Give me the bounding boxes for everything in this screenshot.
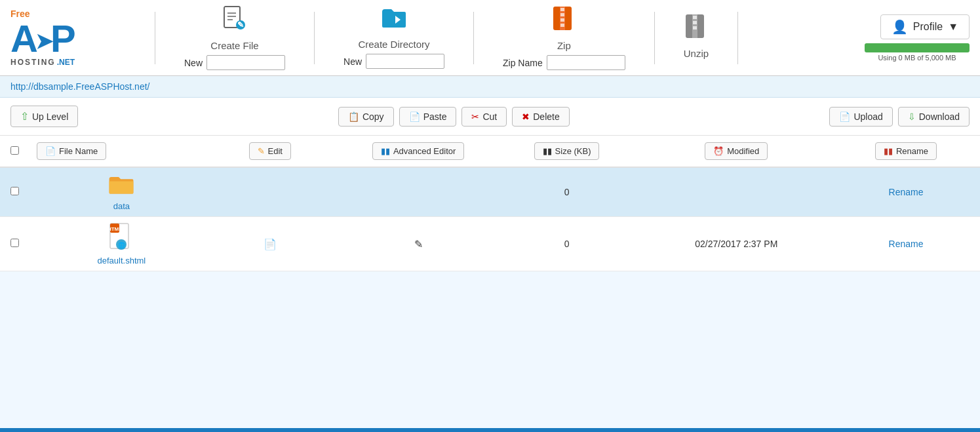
zip-name-label: Zip Name bbox=[503, 58, 543, 68]
rename-icon-header: ▮▮ bbox=[884, 146, 893, 156]
html-file-icon: HTML 🌐 bbox=[109, 222, 134, 253]
profile-label: Profile bbox=[913, 21, 943, 33]
profile-area: 👤 Profile ▼ Using 0 MB of 5,000 MB bbox=[865, 14, 970, 62]
table-header: 📄 File Name ✎ Edit ▮▮ Advanced Editor ▮▮… bbox=[0, 136, 980, 168]
file-link-shtml[interactable]: default.shtml bbox=[98, 256, 146, 265]
divider-1 bbox=[155, 12, 155, 64]
up-level-button[interactable]: ⇧ Up Level bbox=[10, 106, 78, 127]
storage-bar bbox=[865, 43, 970, 52]
delete-icon: ✖ bbox=[522, 111, 530, 122]
up-level-icon: ⇧ bbox=[20, 110, 29, 123]
logo-p: P bbox=[50, 20, 76, 58]
breadcrumb-link[interactable]: http://dbsample.FreeASPHost.net/ bbox=[10, 81, 149, 92]
svg-rect-12 bbox=[560, 24, 564, 27]
zip-icon bbox=[552, 5, 576, 37]
header-size: ▮▮ Size (KB) bbox=[503, 142, 631, 160]
paste-label: Paste bbox=[423, 111, 447, 122]
divider-4 bbox=[654, 12, 655, 64]
row-size-shtml: 0 bbox=[503, 239, 631, 249]
logo: Free A ➤ P HOSTING .NET bbox=[10, 9, 142, 67]
row-rename-data: Rename bbox=[842, 187, 970, 197]
unzip-label: Unzip bbox=[684, 48, 709, 59]
create-file-input[interactable] bbox=[206, 55, 285, 70]
filename-sort-button[interactable]: 📄 File Name bbox=[37, 142, 106, 160]
header-rename: ▮▮ Rename bbox=[842, 142, 970, 160]
advanced-editor-file-icon: ✎ bbox=[414, 238, 423, 250]
table-row: HTML 🌐 default.shtml 📄 ✎ 0 02/27/2017 2:… bbox=[0, 217, 980, 271]
rename-link-shtml[interactable]: Rename bbox=[889, 239, 924, 249]
create-dir-input[interactable] bbox=[366, 54, 444, 69]
storage-text: Using 0 MB of 5,000 MB bbox=[865, 54, 970, 62]
row-checkbox-data[interactable] bbox=[10, 187, 19, 195]
folder-icon bbox=[108, 173, 134, 199]
download-button[interactable]: ⇩ Download bbox=[898, 107, 970, 127]
toolbar-unzip[interactable]: Unzip bbox=[668, 13, 724, 63]
paste-icon: 📄 bbox=[409, 111, 420, 122]
svg-rect-10 bbox=[560, 13, 564, 16]
profile-button[interactable]: 👤 Profile ▼ bbox=[880, 14, 970, 39]
scissors-icon: ✂ bbox=[471, 111, 479, 122]
modified-sort-button[interactable]: ⏰ Modified bbox=[705, 142, 768, 160]
row-check-shtml bbox=[10, 239, 37, 249]
breadcrumb-bar: http://dbsample.FreeASPHost.net/ bbox=[0, 76, 980, 98]
advanced-editor-button-header[interactable]: ▮▮ Advanced Editor bbox=[372, 142, 464, 160]
row-modified-shtml: 02/27/2017 2:37 PM bbox=[631, 239, 842, 249]
file-manager: ⇧ Up Level 📋 Copy 📄 Paste ✂ Cut ✖ Delete… bbox=[0, 98, 980, 271]
svg-text:✎: ✎ bbox=[237, 20, 244, 29]
unzip-icon bbox=[684, 13, 708, 45]
clock-icon: ⏰ bbox=[713, 146, 724, 156]
svg-text:HTML: HTML bbox=[109, 226, 122, 232]
folder-link-data[interactable]: data bbox=[113, 201, 130, 211]
toolbar-create-file[interactable]: ✎ Create File New bbox=[168, 5, 301, 70]
header-filename: 📄 File Name bbox=[37, 142, 206, 160]
edit-button-header[interactable]: ✎ Edit bbox=[249, 142, 291, 160]
storage-bar-container: Using 0 MB of 5,000 MB bbox=[865, 43, 970, 62]
upload-icon: 📄 bbox=[839, 111, 850, 122]
svg-rect-15 bbox=[693, 16, 697, 19]
advanced-editor-icon: ▮▮ bbox=[381, 146, 390, 156]
upload-label: Upload bbox=[853, 111, 882, 122]
rename-link-data[interactable]: Rename bbox=[889, 187, 924, 197]
create-file-new-label: New bbox=[184, 58, 203, 68]
filename-icon: 📄 bbox=[45, 146, 56, 156]
zip-label: Zip bbox=[557, 40, 571, 51]
header-advanced-editor: ▮▮ Advanced Editor bbox=[334, 142, 503, 160]
download-icon: ⇩ bbox=[908, 111, 916, 122]
row-adveditor-shtml: ✎ bbox=[334, 235, 503, 253]
cut-button[interactable]: ✂ Cut bbox=[461, 107, 507, 127]
paste-button[interactable]: 📄 Paste bbox=[399, 107, 457, 127]
header-modified: ⏰ Modified bbox=[631, 142, 842, 160]
advanced-editor-file-button[interactable]: ✎ bbox=[409, 235, 428, 253]
row-filename-shtml: HTML 🌐 default.shtml bbox=[37, 222, 206, 265]
create-dir-label: Create Directory bbox=[358, 39, 429, 50]
toolbar-create-directory[interactable]: Create Directory New bbox=[328, 7, 460, 69]
upload-button[interactable]: 📄 Upload bbox=[829, 107, 892, 127]
edit-file-icon: 📄 bbox=[264, 238, 277, 250]
logo-net: .NET bbox=[57, 58, 75, 67]
header-check bbox=[10, 146, 37, 157]
logo-a: A bbox=[10, 20, 38, 58]
size-icon: ▮▮ bbox=[543, 146, 552, 156]
table-row: data 0 Rename bbox=[0, 168, 980, 217]
zip-name-input[interactable] bbox=[547, 55, 625, 70]
size-sort-button[interactable]: ▮▮ Size (KB) bbox=[534, 142, 600, 160]
row-edit-shtml: 📄 bbox=[206, 235, 334, 253]
edit-file-button[interactable]: 📄 bbox=[258, 235, 282, 253]
row-check-data bbox=[10, 187, 37, 197]
rename-button-header[interactable]: ▮▮ Rename bbox=[875, 142, 937, 160]
copy-icon: 📋 bbox=[348, 111, 359, 122]
header-edit: ✎ Edit bbox=[206, 142, 334, 160]
logo-hosting: HOSTING bbox=[10, 58, 56, 67]
row-checkbox-shtml[interactable] bbox=[10, 239, 19, 247]
divider-2 bbox=[314, 12, 315, 64]
up-level-label: Up Level bbox=[32, 111, 68, 122]
select-all-checkbox[interactable] bbox=[10, 146, 19, 155]
delete-button[interactable]: ✖ Delete bbox=[512, 107, 569, 127]
divider-5 bbox=[737, 12, 738, 64]
header: Free A ➤ P HOSTING .NET bbox=[0, 0, 980, 76]
copy-button[interactable]: 📋 Copy bbox=[338, 107, 394, 127]
create-dir-icon bbox=[381, 7, 407, 36]
toolbar-zip[interactable]: Zip Zip Name bbox=[487, 5, 641, 70]
create-file-label: Create File bbox=[210, 40, 258, 51]
svg-text:🌐: 🌐 bbox=[118, 241, 126, 249]
